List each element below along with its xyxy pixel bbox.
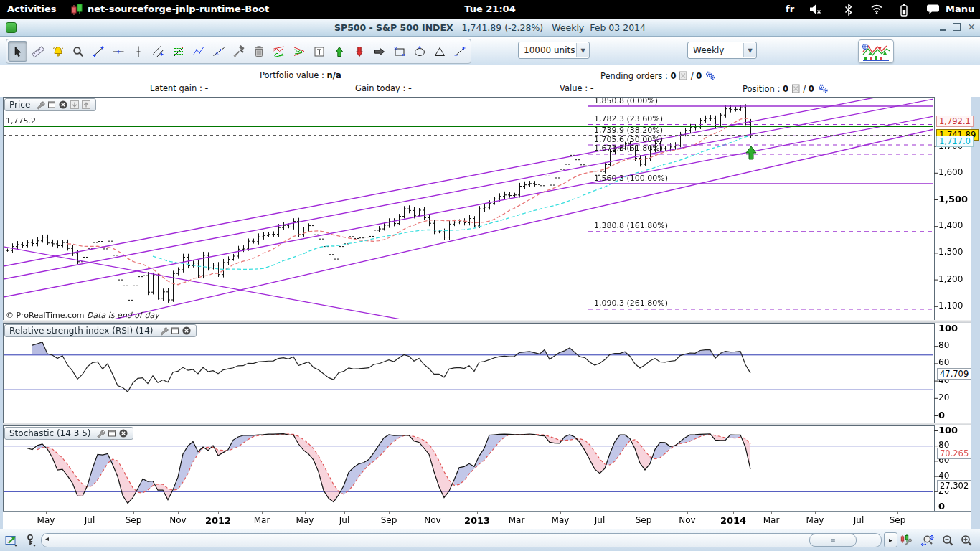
time-axis-label: May <box>296 515 314 525</box>
chart-display-options-button[interactable] <box>858 39 894 63</box>
detach-window-icon[interactable] <box>47 100 57 110</box>
segment-tool[interactable] <box>450 41 469 62</box>
activities-button[interactable]: Activities <box>7 4 57 14</box>
rectangle-tool[interactable] <box>390 41 409 62</box>
stochastic-panel[interactable] <box>3 425 935 512</box>
protect-code-button[interactable] <box>23 532 39 548</box>
parallel-lines-tool[interactable] <box>149 41 168 62</box>
rsi-panel[interactable] <box>3 323 935 424</box>
speaker-muted-icon[interactable] <box>809 4 822 18</box>
close-panel-icon[interactable] <box>182 326 192 336</box>
sell-arrow-tool[interactable] <box>349 41 369 62</box>
price-panel-header[interactable]: Price <box>4 98 96 111</box>
chat-icon[interactable] <box>927 4 941 18</box>
horizontal-line-price-label: 1,775.2 <box>6 116 36 126</box>
units-dropdown-value: 10000 units <box>524 45 575 55</box>
trendline-tool[interactable] <box>88 41 108 62</box>
stoch-axis-tick: 40 <box>938 471 949 481</box>
orders-list-icon[interactable] <box>679 71 688 83</box>
transfer-order-tool[interactable] <box>369 41 389 62</box>
price-axis-tick: 1,100 <box>938 301 963 311</box>
alert-tool[interactable] <box>48 41 67 62</box>
move-panel-up-icon[interactable] <box>81 100 91 110</box>
ruler-tool[interactable] <box>28 41 47 62</box>
window-title-bar[interactable]: SP500 - S&P 500 INDEX 1,741.89 (-2.28%) … <box>0 19 980 37</box>
vertical-line-tool[interactable] <box>128 41 148 62</box>
clock[interactable]: Tue 21:04 <box>464 4 515 14</box>
gain-today: Gain today : - <box>355 83 412 93</box>
stoch-value-badge: 70.265 <box>937 448 971 459</box>
maximize-button[interactable] <box>953 23 961 31</box>
zoom-in-button[interactable] <box>958 532 974 548</box>
units-dropdown[interactable]: 10000 units ▼ <box>518 42 590 59</box>
pointer-tool[interactable] <box>8 41 27 62</box>
time-axis-label: Mar <box>254 515 270 525</box>
title-last-price: 1,741.89 <box>462 22 502 33</box>
stoch-axis-tick: 0 <box>938 501 945 512</box>
orders-settings-gear-icon[interactable] <box>705 70 716 83</box>
fibonacci-level-label: 1,782.3 (23.60%) <box>594 114 663 123</box>
app-candlestick-icon <box>70 3 84 19</box>
close-panel-icon[interactable] <box>118 428 128 438</box>
keyboard-layout-indicator[interactable]: fr <box>786 4 794 14</box>
position-list-icon[interactable] <box>791 84 801 95</box>
scrollbar-thumb[interactable]: ≡ <box>809 534 857 547</box>
battery-icon[interactable] <box>900 4 908 19</box>
minimize-button[interactable] <box>940 29 946 31</box>
focused-app-title[interactable]: net-sourceforge-jnlp-runtime-Boot <box>88 4 269 14</box>
text-tool[interactable] <box>309 41 329 62</box>
user-menu[interactable]: Manu <box>946 4 974 14</box>
chart-display-settings-button[interactable] <box>898 532 914 548</box>
fibonacci-level-label: 1,671.3 (61.80%) <box>594 143 663 153</box>
time-axis-label: Sep <box>126 515 142 525</box>
detach-window-icon[interactable] <box>170 326 180 336</box>
system-top-bar: Activities net-sourceforge-jnlp-runtime-… <box>0 0 980 19</box>
price-axis-tick: 1,300 <box>938 247 963 257</box>
drawing-settings-tool[interactable] <box>229 41 248 62</box>
indicator-settings-icon[interactable] <box>159 326 169 336</box>
bluetooth-icon[interactable] <box>844 4 854 19</box>
timeframe-dropdown[interactable]: Weekly ▼ <box>687 42 757 59</box>
wifi-icon[interactable] <box>870 4 883 17</box>
zoom-range-button[interactable] <box>918 532 937 548</box>
delete-drawings-tool[interactable] <box>249 41 268 62</box>
time-axis-label: Sep <box>636 515 652 525</box>
zoom-tool[interactable] <box>68 41 88 62</box>
close-button[interactable]: × <box>967 23 976 31</box>
horizontal-line-tool[interactable] <box>108 41 128 62</box>
stochastic-panel-title: Stochastic (14 3 5) <box>9 428 90 438</box>
channel-pattern-tool[interactable] <box>269 41 288 62</box>
fibonacci-tool[interactable] <box>169 41 188 62</box>
detach-window-icon[interactable] <box>107 428 117 438</box>
desktop: Activities net-sourceforge-jnlp-runtime-… <box>0 0 980 551</box>
price-axis-tick: 1,400 <box>938 220 963 230</box>
time-scrollbar[interactable] <box>41 533 882 547</box>
indicator-settings-icon[interactable] <box>95 428 105 438</box>
rsi-panel-header[interactable]: Relative strength index (RSI) (14) <box>4 324 197 337</box>
triangle-tool[interactable] <box>430 41 449 62</box>
indicator-settings-icon[interactable] <box>35 100 45 110</box>
position-settings-gear-icon[interactable] <box>817 83 829 95</box>
time-axis-label: 2014 <box>720 515 746 526</box>
stochastic-panel-header[interactable]: Stochastic (14 3 5) <box>4 427 133 440</box>
scroll-left-arrow[interactable]: ◂ <box>45 534 49 542</box>
zoom-out-button[interactable] <box>940 532 956 548</box>
extended-line-tool[interactable] <box>209 41 228 62</box>
position-field: Position : 0 / 0 <box>743 83 829 95</box>
move-panel-down-icon[interactable] <box>70 100 80 110</box>
scroll-right-button[interactable]: ▸ <box>884 532 897 547</box>
ellipse-tool[interactable] <box>410 41 429 62</box>
fibonacci-level-label: 1,850.8 (0.00%) <box>594 96 658 105</box>
buy-arrow-tool[interactable] <box>329 41 349 62</box>
time-axis-label: Mar <box>763 515 780 525</box>
panel-separator[interactable] <box>3 423 971 425</box>
pitchfork-pattern-tool[interactable] <box>289 41 308 62</box>
zigzag-tool[interactable] <box>189 41 208 62</box>
panel-separator[interactable] <box>3 320 971 323</box>
time-axis-label: Jul <box>339 515 349 525</box>
price-panel[interactable] <box>3 97 935 321</box>
price-axis-badge-alert-red: 1,792.1 <box>936 116 974 127</box>
export-chart-button[interactable] <box>3 532 20 548</box>
price-axis-tick: 1,200 <box>938 274 963 284</box>
close-panel-icon[interactable] <box>58 100 68 110</box>
